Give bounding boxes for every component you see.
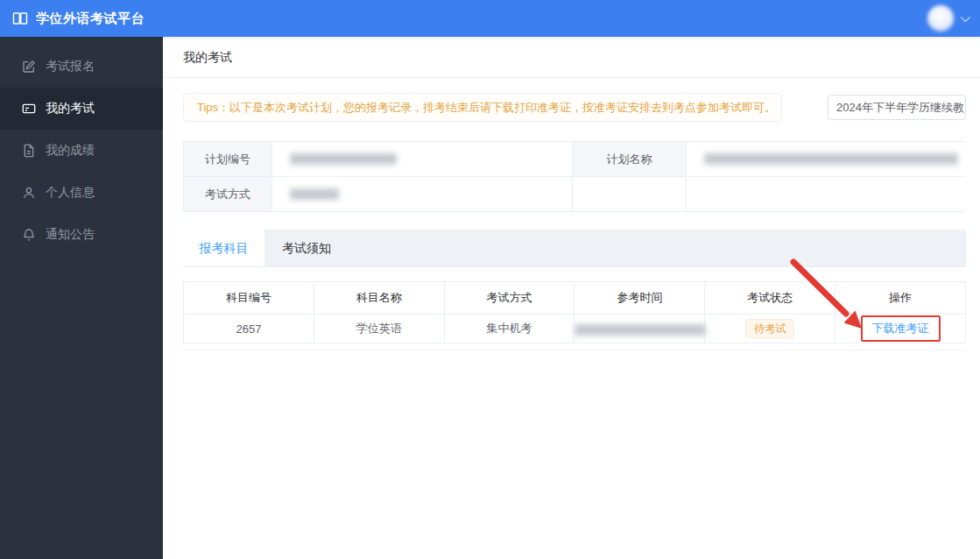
exam-card-icon	[22, 102, 36, 116]
plan-select-value: 2024年下半年学历继续教	[836, 100, 964, 116]
sidebar-item-label: 我的考试	[46, 101, 95, 117]
user-icon	[22, 186, 36, 200]
tab-bar: 报考科目 考试须知	[183, 230, 966, 267]
chevron-down-icon[interactable]	[961, 12, 970, 22]
user-menu[interactable]	[927, 5, 968, 32]
col-actions: 操作	[835, 282, 966, 315]
plan-info-table: 计划编号 计划名称 考试方式	[183, 141, 964, 212]
plan-number-label: 计划编号	[184, 142, 272, 177]
sidebar: 考试报名 我的考试 我的成绩	[0, 37, 163, 559]
plan-number-value	[272, 142, 573, 177]
tips-text: Tips：以下是本次考试计划，您的报考记录，排考结束后请下载打印准考证，按准考证…	[197, 100, 776, 116]
subject-code: 2657	[184, 315, 314, 343]
redacted-text	[575, 324, 706, 336]
sidebar-item-label: 考试报名	[46, 59, 95, 74]
status-badge: 待考试	[745, 319, 794, 338]
redacted-text	[290, 188, 339, 200]
subjects-header-row: 科目编号 科目名称 考试方式 参考时间 考试状态 操作	[184, 282, 966, 315]
brand: 学位外语考试平台	[12, 11, 145, 27]
sidebar-item-label: 我的成绩	[46, 143, 95, 159]
redacted-text	[290, 153, 397, 165]
card-bottom-edge	[183, 350, 966, 350]
sidebar-item-my-scores[interactable]: 我的成绩	[0, 130, 163, 172]
sidebar-item-label: 通知公告	[46, 227, 95, 243]
col-subject-code: 科目编号	[184, 282, 314, 315]
edit-square-icon	[22, 60, 36, 74]
exam-mode-label: 考试方式	[184, 177, 272, 212]
redacted-text	[704, 153, 958, 165]
subjects-table: 科目编号 科目名称 考试方式 参考时间 考试状态 操作 2657 学位英语 集中	[183, 281, 966, 343]
app-window: 学位外语考试平台 考试报名 我的考试	[0, 0, 980, 559]
plan-name-value	[687, 142, 965, 177]
book-icon	[12, 11, 28, 25]
app-title: 学位外语考试平台	[36, 11, 145, 27]
empty-cell	[573, 177, 687, 212]
empty-cell	[687, 177, 965, 212]
table-row: 2657 学位英语 集中机考 待考试 下载准考证	[184, 315, 966, 343]
plan-select-dropdown[interactable]: 2024年下半年学历继续教	[828, 95, 966, 120]
avatar[interactable]	[927, 5, 954, 32]
sidebar-item-profile[interactable]: 个人信息	[0, 172, 163, 214]
sidebar-item-notices[interactable]: 通知公告	[0, 214, 163, 256]
subject-name: 学位英语	[314, 315, 444, 343]
bell-icon	[22, 228, 36, 242]
page-title: 我的考试	[163, 37, 980, 78]
subject-status: 待考试	[705, 315, 835, 343]
download-admit-card-link[interactable]: 下载准考证	[872, 322, 929, 335]
subject-action: 下载准考证	[835, 315, 966, 343]
col-exam-mode: 考试方式	[444, 282, 575, 315]
document-icon	[22, 144, 36, 158]
sidebar-item-exam-signup[interactable]: 考试报名	[0, 46, 163, 88]
tab-registered-subjects[interactable]: 报考科目	[183, 230, 265, 266]
main-content: 我的考试 Tips：以下是本次考试计划，您的报考记录，排考结束后请下载打印准考证…	[163, 37, 980, 559]
subject-exam-time	[575, 315, 705, 343]
tab-exam-notes[interactable]: 考试须知	[265, 230, 348, 266]
col-exam-time: 参考时间	[575, 282, 705, 315]
sidebar-item-my-exams[interactable]: 我的考试	[0, 88, 163, 130]
tabs-card: 报考科目 考试须知 科目编号 科目名称 考试方式 参考时间 考试状态 操作	[183, 230, 966, 350]
annotation-red-box: 下载准考证	[861, 315, 941, 342]
subject-exam-mode: 集中机考	[444, 315, 575, 343]
plan-name-label: 计划名称	[573, 142, 687, 177]
sidebar-item-label: 个人信息	[46, 185, 95, 201]
tips-banner: Tips：以下是本次考试计划，您的报考记录，排考结束后请下载打印准考证，按准考证…	[183, 93, 782, 122]
col-exam-status: 考试状态	[705, 282, 835, 315]
exam-mode-value	[272, 177, 573, 212]
col-subject-name: 科目名称	[314, 282, 444, 315]
top-header-bar: 学位外语考试平台	[0, 0, 980, 37]
